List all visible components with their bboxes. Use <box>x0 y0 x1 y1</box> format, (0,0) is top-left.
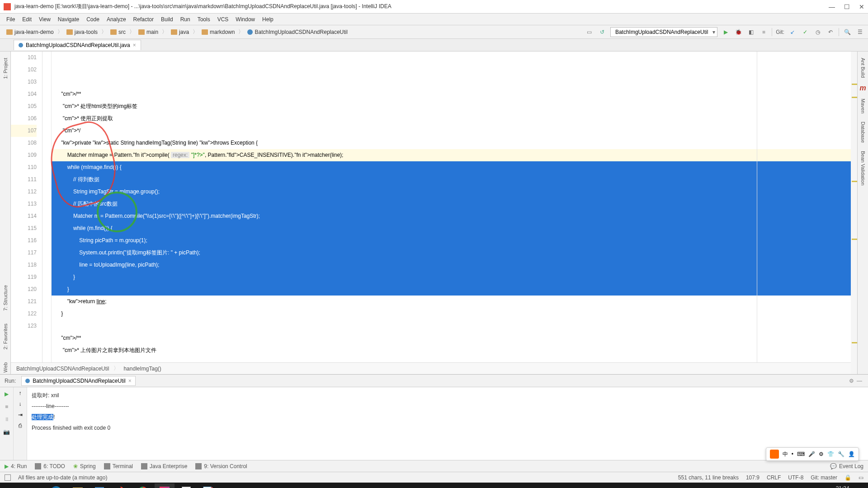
crumb-class-name[interactable]: BatchImgUploadCSDNAndReplaceUtil <box>16 366 109 372</box>
ime-mode[interactable]: 中 <box>783 450 788 458</box>
calculator-icon[interactable] <box>90 483 109 488</box>
up-arrow-icon[interactable]: ↑ <box>19 390 22 396</box>
crumb-class[interactable]: BatchImgUploadCSDNAndReplaceUtil <box>245 28 350 36</box>
tool-maven[interactable]: Maven <box>859 97 867 115</box>
tool-ant[interactable]: Ant Build <box>859 56 867 80</box>
hammer-icon[interactable]: ↺ <box>598 28 607 37</box>
tool-favorites[interactable]: 2: Favorites <box>2 322 9 351</box>
chrome-icon[interactable] <box>133 483 153 488</box>
maximize-button[interactable]: ☐ <box>844 3 850 10</box>
start-button[interactable]: ⊞ <box>3 483 23 488</box>
app-icon <box>4 3 11 10</box>
tab-run[interactable]: ▶4: Run <box>5 463 27 469</box>
tool-web[interactable]: Web <box>2 361 9 374</box>
menu-vcs[interactable]: VCS <box>215 15 231 23</box>
ime-settings-icon[interactable]: ⚙ <box>819 451 824 457</box>
status-encoding[interactable]: UTF-8 <box>788 474 803 481</box>
device-icon[interactable]: ▭ <box>585 28 594 37</box>
editor-tab[interactable]: BatchImgUploadCSDNAndReplaceUtil.java × <box>14 40 141 50</box>
tool-project[interactable]: 1: Project <box>2 56 9 80</box>
status-icon[interactable] <box>5 474 11 481</box>
stop-button[interactable]: ■ <box>759 28 768 37</box>
tab-jee[interactable]: Java Enterprise <box>141 463 187 469</box>
menu-run[interactable]: Run <box>178 15 193 23</box>
stop-run-button[interactable]: ■ <box>3 403 11 411</box>
menu-view[interactable]: View <box>36 15 53 23</box>
console-output[interactable]: 提取时: xnil--------line--------处理完成!Proces… <box>27 387 868 460</box>
code-content[interactable]: "cm">/** "cm">* 处理html类型的img标签 "cm">* 使用… <box>52 52 857 362</box>
close-run-tab-icon[interactable]: × <box>128 378 132 384</box>
minimize-panel-icon[interactable]: — <box>855 377 863 385</box>
print-icon[interactable]: ⎙ <box>19 422 22 429</box>
code-editor[interactable]: 1011021031041051061071081091101111121131… <box>11 52 857 374</box>
edge-icon[interactable] <box>46 483 66 488</box>
flame-icon[interactable]: 🔥 <box>111 483 131 488</box>
minimize-button[interactable]: — <box>829 3 835 10</box>
menu-analyze[interactable]: Analyze <box>104 15 129 23</box>
tab-todo[interactable]: 6: TODO <box>35 463 65 469</box>
debug-button[interactable]: 🐞 <box>734 28 743 37</box>
git-history-icon[interactable]: ◷ <box>813 28 822 37</box>
git-revert-icon[interactable]: ↶ <box>826 28 835 37</box>
crumb-project[interactable]: java-learn-demo <box>4 28 57 36</box>
menu-code[interactable]: Code <box>84 15 102 23</box>
git-commit-icon[interactable]: ✓ <box>801 28 810 37</box>
menu-refactor[interactable]: Refactor <box>131 15 156 23</box>
crumb-main[interactable]: main <box>136 28 161 36</box>
status-git-branch[interactable]: Git: master <box>811 474 837 481</box>
menu-window[interactable]: Window <box>233 15 258 23</box>
ime-voice-icon[interactable]: 🎤 <box>808 451 815 457</box>
crumb-module[interactable]: java-tools <box>64 28 100 36</box>
ime-tools-icon[interactable]: 🔧 <box>838 451 844 457</box>
notepadpp-icon[interactable]: 📝 <box>198 483 218 488</box>
run-config-select[interactable]: BatchImgUploadCSDNAndReplaceUtil <box>610 27 717 37</box>
status-line-separator[interactable]: CRLF <box>767 474 781 481</box>
tab-event-log[interactable]: 💬Event Log <box>830 463 863 469</box>
ime-keyboard-icon[interactable]: ⌨ <box>797 451 805 457</box>
ime-toolbar[interactable]: 中 • ⌨ 🎤 ⚙ 👕 🔧 👤 <box>766 447 859 461</box>
rerun-button[interactable]: ▶ <box>3 390 11 398</box>
notepad-icon[interactable] <box>176 483 196 488</box>
memory-indicator-icon[interactable]: ▭ <box>859 474 863 481</box>
lock-icon[interactable]: 🔒 <box>844 474 851 481</box>
crumb-src[interactable]: src <box>108 28 128 36</box>
settings-icon[interactable]: ☰ <box>855 28 864 37</box>
wrap-icon[interactable]: ⇥ <box>18 412 23 418</box>
close-button[interactable]: ✕ <box>859 3 864 10</box>
status-caret-position[interactable]: 107:9 <box>746 474 760 481</box>
coverage-button[interactable]: ◧ <box>746 28 755 37</box>
git-pull-icon[interactable]: ↙ <box>788 28 797 37</box>
ime-skin-icon[interactable]: 👕 <box>827 451 834 457</box>
pause-button[interactable]: ⏸ <box>3 415 11 423</box>
intellij-icon[interactable] <box>155 483 175 488</box>
ime-user-icon[interactable]: 👤 <box>848 451 855 457</box>
tool-structure[interactable]: 7: Structure <box>2 283 9 313</box>
crumb-markdown[interactable]: markdown <box>199 28 237 36</box>
camera-icon[interactable]: 📷 <box>3 428 11 436</box>
explorer-icon[interactable] <box>68 483 88 488</box>
crumb-java[interactable]: java <box>168 28 192 36</box>
search-icon[interactable]: 🔍 <box>843 28 852 37</box>
ime-punct[interactable]: • <box>792 451 793 457</box>
structure-breadcrumb: BatchImgUploadCSDNAndReplaceUtil 〉 handl… <box>11 362 857 374</box>
menu-help[interactable]: Help <box>259 15 276 23</box>
run-settings-icon[interactable]: ⚙ <box>847 377 855 385</box>
menu-tools[interactable]: Tools <box>195 15 213 23</box>
error-stripe[interactable] <box>851 52 857 362</box>
search-button[interactable]: 🔍 <box>24 483 44 488</box>
tool-database[interactable]: Database <box>859 120 867 145</box>
down-arrow-icon[interactable]: ↓ <box>19 401 22 407</box>
menu-edit[interactable]: Edit <box>19 15 34 23</box>
tab-vcs[interactable]: 9: Version Control <box>195 463 247 469</box>
crumb-method-name[interactable]: handleImgTag() <box>123 366 161 372</box>
menu-build[interactable]: Build <box>158 15 176 23</box>
tool-bean-validation[interactable]: Bean Validation <box>859 149 867 187</box>
tab-terminal[interactable]: Terminal <box>104 463 133 469</box>
run-tab[interactable]: BatchImgUploadCSDNAndReplaceUtil × <box>21 376 135 386</box>
taskbar-clock[interactable]: 21:34 2023/2/6 <box>832 485 853 488</box>
menu-navigate[interactable]: Navigate <box>55 15 82 23</box>
close-tab-icon[interactable]: × <box>133 42 136 48</box>
tab-spring[interactable]: ❀Spring <box>73 463 96 469</box>
menu-file[interactable]: File <box>4 15 18 23</box>
run-button[interactable]: ▶ <box>721 28 730 37</box>
